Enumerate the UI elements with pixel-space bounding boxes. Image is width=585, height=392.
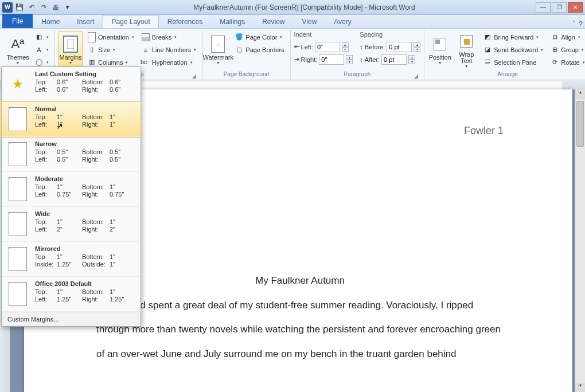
tab-file[interactable]: File bbox=[2, 14, 33, 28]
doc-line: Essay bbox=[96, 196, 504, 221]
rotate-button[interactable]: ⟳Rotate▾ bbox=[548, 56, 585, 68]
vertical-scrollbar[interactable]: ▴ ▾ bbox=[575, 89, 585, 392]
tab-mailings[interactable]: Mailings bbox=[211, 15, 253, 28]
scroll-up-arrow[interactable]: ▴ bbox=[575, 89, 585, 99]
tab-review[interactable]: Review bbox=[253, 15, 293, 28]
save-icon[interactable]: 💾 bbox=[14, 2, 25, 13]
group-paragraph: Indent ⇤Left:▴▾ ⇥Right:▴▾ Spacing ↕Befor… bbox=[291, 30, 425, 80]
doc-body: I had spent a great deal of my student-f… bbox=[96, 293, 504, 367]
orientation-button[interactable]: Orientation▾ bbox=[85, 31, 136, 43]
breaks-button[interactable]: Breaks▾ bbox=[139, 31, 198, 43]
theme-fonts-button[interactable]: A▾ bbox=[32, 44, 51, 56]
window-title: MyFaulknerAutumn (For ScreenR) [Compatib… bbox=[73, 3, 536, 11]
page-header: Fowler 1 bbox=[96, 118, 504, 144]
selection-pane-button[interactable]: ☰Selection Pane bbox=[481, 56, 545, 68]
indent-left-input[interactable] bbox=[315, 42, 340, 52]
position-button[interactable]: Position▼ bbox=[428, 31, 452, 69]
title-bar: W 💾 ↶ ↷ 🖶 ▾ MyFaulknerAutumn (For Screen… bbox=[0, 0, 585, 15]
group-arrange: Position▼ Wrap Text▼ ◩Bring Forward▾ ◪Se… bbox=[424, 30, 585, 80]
bring-forward-button[interactable]: ◩Bring Forward▾ bbox=[481, 31, 545, 43]
paragraph-launcher[interactable]: ◢ bbox=[412, 72, 419, 79]
page-setup-launcher[interactable]: ◢ bbox=[190, 72, 197, 79]
minimize-button[interactable]: — bbox=[536, 2, 551, 13]
qat-more-icon[interactable]: ▾ bbox=[63, 2, 73, 13]
redo-icon[interactable]: ↷ bbox=[38, 2, 49, 13]
watermark-button[interactable]: A Watermark▼ bbox=[206, 31, 230, 69]
spacing-after-input[interactable] bbox=[381, 54, 407, 65]
word-app-icon[interactable]: W bbox=[2, 2, 13, 13]
hyphenation-button[interactable]: bc⁻Hyphenation▾ bbox=[139, 56, 198, 68]
page-color-button[interactable]: 🪣Page Color▾ bbox=[232, 31, 286, 43]
close-button[interactable]: ✕ bbox=[568, 2, 583, 13]
scroll-thumb[interactable] bbox=[576, 101, 584, 147]
ribbon-tabs: File Home Insert Page Layout References … bbox=[0, 15, 585, 29]
print-icon[interactable]: 🖶 bbox=[50, 2, 61, 13]
tab-view[interactable]: View bbox=[294, 15, 326, 28]
tab-page-layout[interactable]: Page Layout bbox=[103, 15, 158, 28]
page-borders-button[interactable]: ▢Page Borders bbox=[232, 44, 286, 56]
margins-button[interactable]: Margins▼ bbox=[58, 31, 83, 69]
doc-line: 13 bbox=[96, 245, 504, 269]
help-icon[interactable]: ? bbox=[579, 20, 583, 28]
margins-dropdown: ★ Last Custom Setting Top:0.6"Bottom:0.6… bbox=[1, 66, 141, 327]
restore-button[interactable]: ❐ bbox=[552, 2, 567, 13]
themes-button[interactable]: Aª Themes▼ bbox=[6, 31, 30, 69]
theme-colors-button[interactable]: ◧▾ bbox=[32, 31, 51, 43]
margins-last-custom[interactable]: ★ Last Custom Setting Top:0.6"Bottom:0.6… bbox=[2, 67, 141, 102]
margins-office-2003[interactable]: Office 2003 Default Top:1"Bottom:1" Left… bbox=[2, 277, 141, 312]
tab-references[interactable]: References bbox=[159, 15, 211, 28]
tab-avery[interactable]: Avery bbox=[325, 15, 360, 28]
minimize-ribbon-icon[interactable]: ˆ bbox=[573, 20, 575, 28]
undo-icon[interactable]: ↶ bbox=[26, 2, 37, 13]
margins-moderate[interactable]: Moderate Top:1"Bottom:1" Left:0.75"Right… bbox=[2, 172, 141, 207]
margins-normal[interactable]: .dd-normal::after{inset:7px} Normal Top:… bbox=[2, 102, 141, 137]
margins-narrow[interactable]: Narrow Top:0.5"Bottom:0.5" Left:0.5"Righ… bbox=[2, 137, 141, 172]
doc-line: wler bbox=[96, 161, 504, 186]
group-page-background: A Watermark▼ 🪣Page Color▾ ▢Page Borders … bbox=[202, 30, 290, 80]
doc-line: I bbox=[96, 220, 504, 245]
line-numbers-button[interactable]: ≡Line Numbers▾ bbox=[139, 44, 198, 56]
doc-title: My Faulkner Autumn bbox=[96, 269, 504, 293]
spin-up[interactable]: ▴ bbox=[342, 42, 349, 47]
margins-wide[interactable]: Wide Top:1"Bottom:1" Left:2"Right:2" bbox=[2, 207, 141, 242]
margins-mirrored[interactable]: Mirrored Top:1"Bottom:1" Inside:1.25"Out… bbox=[2, 242, 141, 277]
send-backward-button[interactable]: ◪Send Backward▾ bbox=[481, 44, 545, 56]
tab-home[interactable]: Home bbox=[33, 15, 68, 28]
wrap-text-button[interactable]: Wrap Text▼ bbox=[454, 31, 478, 69]
scroll-down-arrow[interactable]: ▾ bbox=[575, 383, 585, 392]
spacing-before-input[interactable] bbox=[387, 42, 412, 52]
custom-margins[interactable]: Custom Margins... bbox=[2, 312, 141, 326]
size-button[interactable]: ▯Size▾ bbox=[85, 44, 136, 56]
group-button[interactable]: ⊞Group▾ bbox=[548, 44, 585, 56]
tab-insert[interactable]: Insert bbox=[68, 15, 103, 28]
spin-down[interactable]: ▾ bbox=[342, 47, 349, 52]
indent-right-input[interactable] bbox=[319, 54, 344, 65]
align-button[interactable]: ⊟Align▾ bbox=[548, 31, 585, 43]
